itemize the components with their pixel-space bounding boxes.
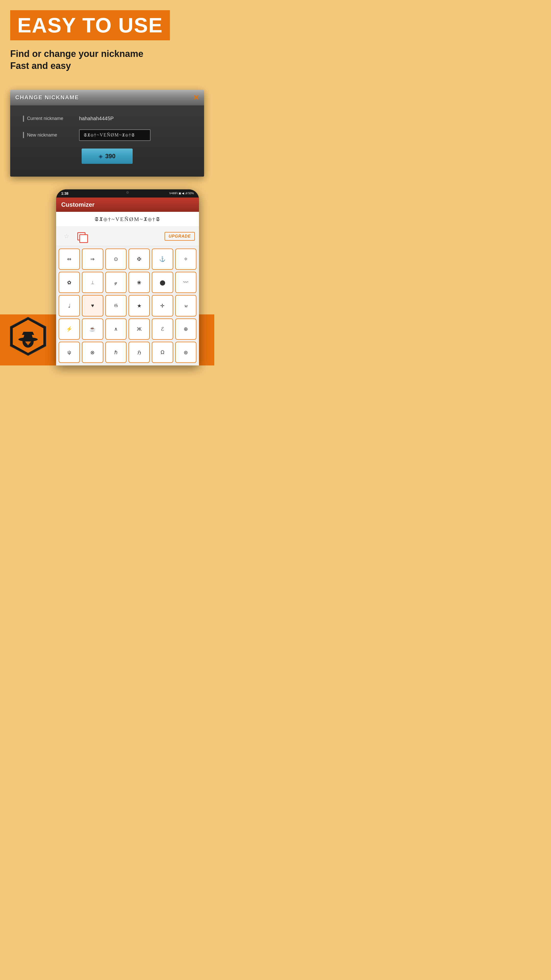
new-nickname-row: New nickname 𝕾𝖃⊕†~VEÑØM~𝖃⊕†𝕾 <box>23 129 191 141</box>
dialog-close-button[interactable]: ✕ <box>193 94 199 102</box>
dialog-title: CHANGE NICKNAME <box>15 94 79 101</box>
symbol-cell-29[interactable]: ⊛ <box>175 342 197 363</box>
symbol-cell-11[interactable]: 〰 <box>175 272 197 293</box>
diamond-icon: ◈ <box>99 153 103 159</box>
phone-mockup: 1:38 V•WiFi ▣ ◀ .ıll 50% Customizer 𝕾𝖃⊕†… <box>56 189 199 366</box>
current-nickname-row: Current nickname hahahah4445P <box>23 116 191 122</box>
confirm-cost: 390 <box>105 153 115 160</box>
new-nickname-input[interactable]: 𝕾𝖃⊕†~VEÑØM~𝖃⊕†𝕾 <box>79 129 151 141</box>
phone-status-icons: V•WiFi ▣ ◀ .ıll 50% <box>169 192 194 195</box>
symbol-cell-9[interactable]: ❀ <box>129 272 150 293</box>
symbol-grid: ⇔⇒⊙✠⚓✧✿⟂ℊ❀⬤〰♩♥𝔊★✛𝔀⚡☕∧Жℰ⊕ψ⊗ℏℌΩ⊛ <box>56 246 199 366</box>
favorites-button[interactable]: ☆ <box>60 230 73 243</box>
symbol-cell-8[interactable]: ℊ <box>105 272 127 293</box>
symbol-cell-27[interactable]: ℌ <box>129 342 150 363</box>
current-nickname-label: Current nickname <box>27 116 63 121</box>
easy-to-use-title: EASY TO USE <box>17 15 163 36</box>
symbol-cell-16[interactable]: ✛ <box>152 295 173 316</box>
symbol-cell-18[interactable]: ⚡ <box>59 318 80 340</box>
subtitle: Find or change your nickname Fast and ea… <box>10 48 204 72</box>
upgrade-button[interactable]: UPGRADE <box>165 232 195 241</box>
star-icon: ☆ <box>64 233 69 240</box>
easy-banner: EASY TO USE <box>10 10 170 40</box>
app-title: Customizer <box>61 201 95 208</box>
symbol-cell-20[interactable]: ∧ <box>105 318 127 340</box>
copy-icon <box>77 232 86 240</box>
current-nickname-value: hahahah4445P <box>79 116 114 121</box>
symbol-grid-header: ☆ UPGRADE <box>56 227 199 246</box>
new-nickname-text: 𝕾𝖃⊕†~VEÑØM~𝖃⊕†𝕾 <box>84 132 135 138</box>
app-header: Customizer <box>56 197 199 212</box>
copy-button[interactable] <box>75 230 88 243</box>
symbol-cell-2[interactable]: ⊙ <box>105 248 127 270</box>
phone-section: 1:38 V•WiFi ▣ ◀ .ıll 50% Customizer 𝕾𝖃⊕†… <box>0 189 214 366</box>
symbol-cell-4[interactable]: ⚓ <box>152 248 173 270</box>
confirm-button[interactable]: ◈ 390 <box>82 148 133 164</box>
symbol-cell-28[interactable]: Ω <box>152 342 173 363</box>
phone-camera <box>126 191 129 194</box>
svg-marker-4 <box>22 332 34 335</box>
nickname-display: 𝕾𝖃⊕†~VEÑØM~𝖃⊕†𝕾 <box>56 212 199 227</box>
dialog-titlebar: CHANGE NICKNAME ✕ <box>10 90 204 105</box>
symbol-cell-21[interactable]: Ж <box>129 318 150 340</box>
nickname-display-text: 𝕾𝖃⊕†~VEÑØM~𝖃⊕†𝕾 <box>95 216 160 222</box>
subtitle-line1: Find or change your nickname <box>10 48 143 59</box>
symbol-cell-12[interactable]: ♩ <box>59 295 80 316</box>
label-bar-current <box>23 116 24 122</box>
symbol-cell-1[interactable]: ⇒ <box>82 248 103 270</box>
logo-container <box>8 316 48 358</box>
phone-statusbar: 1:38 V•WiFi ▣ ◀ .ıll 50% <box>56 189 199 197</box>
symbol-cell-15[interactable]: ★ <box>129 295 150 316</box>
symbol-cell-24[interactable]: ψ <box>59 342 80 363</box>
label-bar-new <box>23 132 24 138</box>
symbol-cell-14[interactable]: 𝔊 <box>105 295 127 316</box>
new-nickname-label: New nickname <box>27 132 57 138</box>
symbol-cell-22[interactable]: ℰ <box>152 318 173 340</box>
symbol-cell-26[interactable]: ℏ <box>105 342 127 363</box>
symbol-cell-19[interactable]: ☕ <box>82 318 103 340</box>
symbol-cell-23[interactable]: ⊕ <box>175 318 197 340</box>
phone-time: 1:38 <box>61 191 68 196</box>
change-nickname-dialog: CHANGE NICKNAME ✕ Current nickname hahah… <box>10 90 204 177</box>
symbol-cell-13[interactable]: ♥ <box>82 295 103 316</box>
top-section: EASY TO USE Find or change your nickname… <box>0 0 214 90</box>
symbol-cell-17[interactable]: 𝔀 <box>175 295 197 316</box>
phone-notch <box>118 189 138 196</box>
new-label-wrapper: New nickname <box>23 132 79 138</box>
app-logo <box>8 316 48 357</box>
current-label-wrapper: Current nickname <box>23 116 79 122</box>
symbol-cell-0[interactable]: ⇔ <box>59 248 80 270</box>
symbol-cell-6[interactable]: ✿ <box>59 272 80 293</box>
symbol-cell-5[interactable]: ✧ <box>175 248 197 270</box>
symbol-cell-25[interactable]: ⊗ <box>82 342 103 363</box>
symbol-cell-3[interactable]: ✠ <box>129 248 150 270</box>
dialog-body: Current nickname hahahah4445P New nickna… <box>10 105 204 177</box>
symbol-cell-7[interactable]: ⟂ <box>82 272 103 293</box>
symbol-cell-10[interactable]: ⬤ <box>152 272 173 293</box>
subtitle-line2: Fast and easy <box>10 60 71 71</box>
